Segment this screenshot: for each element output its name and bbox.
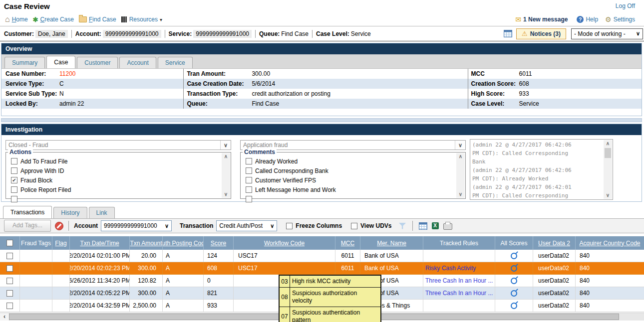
tab-case[interactable]: Case: [46, 56, 75, 68]
tooltip-rule: 03 High risk MCC activity: [280, 276, 380, 288]
cell-merchant: Bank of USA: [360, 250, 423, 262]
scrollbar-thumb[interactable]: [605, 148, 611, 158]
filter-icon[interactable]: [399, 223, 406, 229]
print-icon[interactable]: [443, 223, 452, 230]
cell-txn-amount: 20.00: [130, 250, 163, 262]
action-fraud-block[interactable]: ✔Fraud Block: [11, 176, 52, 184]
cell-tracked-rules: [423, 250, 495, 262]
field-transaction-type: Transaction Type:credit authorization or…: [184, 89, 468, 99]
block-icon[interactable]: [55, 222, 63, 230]
cell-txn-date: 2/20/2014 04:32:59 PM: [70, 300, 130, 312]
cell-flag: [52, 287, 70, 300]
cell-fraud-tags: [20, 262, 52, 275]
magnifier-icon[interactable]: [511, 253, 517, 259]
tracked-rule-link[interactable]: Risky Cash Activity: [425, 265, 476, 272]
col-txn-amount[interactable]: Txn Amount: [130, 236, 163, 250]
comment-called-corresponding-bank[interactable]: Called Corresponding Bank: [246, 167, 328, 174]
tab-transactions[interactable]: Transactions: [3, 206, 52, 218]
log-scrollbar[interactable]: ∧ ∨: [604, 140, 612, 199]
transactions-tabstrip: Transactions History Link: [1, 204, 642, 218]
freeze-columns-checkbox[interactable]: Freeze Columns: [286, 222, 342, 229]
grid-view-icon[interactable]: [419, 222, 427, 230]
action-police-report-filed[interactable]: Police Report Filed: [11, 186, 71, 193]
grid-view-icon[interactable]: [504, 30, 512, 37]
excel-export-icon[interactable]: X: [432, 222, 439, 229]
comment-customer-verified-fps[interactable]: Customer Verified FPS: [246, 176, 316, 184]
tab-summary[interactable]: Summary: [4, 57, 45, 68]
col-score[interactable]: Score: [204, 236, 234, 250]
transaction-select[interactable]: Credit Auth/Post ∨: [216, 220, 277, 231]
magnifier-icon[interactable]: [511, 278, 517, 284]
settings-link[interactable]: ⚙ Settings: [605, 15, 635, 23]
col-user-data-2[interactable]: User Data 2: [533, 236, 576, 250]
nav-find-case[interactable]: Find Case: [79, 16, 116, 23]
cell-acquirer-country: 840: [576, 300, 644, 312]
cell-fraud-tags: [20, 300, 52, 312]
col-acquirer-country-code[interactable]: Acquirer Country Code: [576, 236, 644, 250]
magnifier-icon[interactable]: [511, 303, 517, 309]
tab-account[interactable]: Account: [119, 57, 156, 68]
cell-tracked-rules: Risky Cash Activity: [423, 262, 495, 275]
comments-scrollbar[interactable]: ∧ ∨: [456, 153, 465, 198]
row-checkbox[interactable]: [0, 275, 20, 287]
cell-mcc: 6011: [335, 250, 360, 262]
col-auth-posting-code[interactable]: Auth Posting Code: [163, 236, 204, 250]
row-checkbox[interactable]: [0, 250, 20, 262]
action-add-to-fraud-file[interactable]: Add To Fraud File: [11, 158, 68, 165]
action-approve-with-id[interactable]: Approve With ID: [11, 167, 64, 174]
scroll-up-icon[interactable]: ∧: [459, 153, 462, 160]
cell-all-scores: [495, 262, 533, 275]
investigation-log[interactable]: (admin 22 @ 4/27/2017 06:42:06 PM CDT): …: [470, 139, 613, 200]
scroll-left-icon[interactable]: ‹: [0, 313, 9, 321]
magnifier-icon[interactable]: [511, 290, 517, 297]
tab-customer[interactable]: Customer: [77, 57, 118, 68]
scroll-down-icon[interactable]: ∨: [224, 191, 228, 198]
col-txn-date-time[interactable]: Txn Date/Time: [70, 236, 130, 250]
magnifier-icon[interactable]: [511, 265, 517, 272]
col-workflow-code[interactable]: Workflow Code: [234, 236, 335, 250]
tab-service[interactable]: Service: [158, 57, 193, 68]
tab-link[interactable]: Link: [89, 207, 115, 218]
col-fraud-tags: Fraud Tags: [20, 236, 52, 250]
log-off-link[interactable]: Log Off: [616, 2, 635, 9]
tracked-rule-link[interactable]: Three Cash In an Hour ...: [425, 290, 493, 297]
scroll-up-icon[interactable]: ∧: [224, 153, 228, 160]
view-udvs-checkbox[interactable]: View UDVs: [351, 222, 391, 229]
row-checkbox[interactable]: [0, 262, 20, 275]
scroll-down-icon[interactable]: ∨: [459, 191, 462, 198]
scroll-up-icon[interactable]: ∧: [606, 140, 610, 147]
nav-create-case[interactable]: ✱ Create Case: [33, 16, 74, 23]
tab-history[interactable]: History: [53, 207, 87, 218]
nav-resources[interactable]: Resources ▾: [121, 16, 162, 23]
scroll-down-icon[interactable]: ∨: [606, 192, 610, 199]
cell-flag: [52, 300, 70, 312]
col-mer-name[interactable]: Mer. Name: [360, 236, 423, 250]
row-checkbox[interactable]: [0, 287, 20, 300]
nav-bar: ⌂ Home ✱ Create Case Find Case Resources…: [0, 13, 644, 26]
cell-txn-amount: 300.00: [130, 262, 163, 275]
chevron-down-icon: ▾: [160, 17, 162, 22]
create-case-icon: ✱: [33, 16, 38, 23]
case-status-select[interactable]: Closed - Fraud ∨: [5, 140, 231, 150]
chevron-down-icon: ∨: [636, 30, 640, 37]
col-mcc[interactable]: MCC: [335, 236, 360, 250]
new-message-link[interactable]: ✉ 1 New message: [515, 15, 568, 23]
nav-home[interactable]: ⌂ Home: [5, 16, 28, 23]
partial-checkbox: [11, 195, 17, 203]
account-select[interactable]: 9999999999991000 ∨: [101, 220, 172, 231]
tracked-rule-link[interactable]: Three Cash In an Hour ...: [425, 277, 493, 284]
field-locked-by: Locked By:admin 22: [1, 99, 184, 109]
add-tags-button[interactable]: Add Tags...: [4, 220, 51, 232]
select-all-checkbox[interactable]: [0, 236, 20, 250]
chevron-down-icon: ∨: [162, 223, 171, 229]
notices-button[interactable]: ⚠ Notices (3): [516, 28, 566, 39]
mode-of-working-select[interactable]: - Mode of working - ∨: [571, 28, 643, 39]
comment-left-message-home-and-work[interactable]: Left Message Home and Work: [246, 186, 336, 193]
cell-score: 933: [204, 300, 234, 312]
table-row: 2/20/2014 02:01:00 PM 20.00 A 124 USC17 …: [0, 250, 644, 262]
help-link[interactable]: ? Help: [577, 16, 598, 23]
col-flag[interactable]: Flag: [52, 236, 70, 250]
row-checkbox[interactable]: [0, 300, 20, 312]
comment-already-worked[interactable]: Already Worked: [246, 158, 298, 165]
actions-scrollbar[interactable]: ∧ ∨: [222, 153, 230, 198]
